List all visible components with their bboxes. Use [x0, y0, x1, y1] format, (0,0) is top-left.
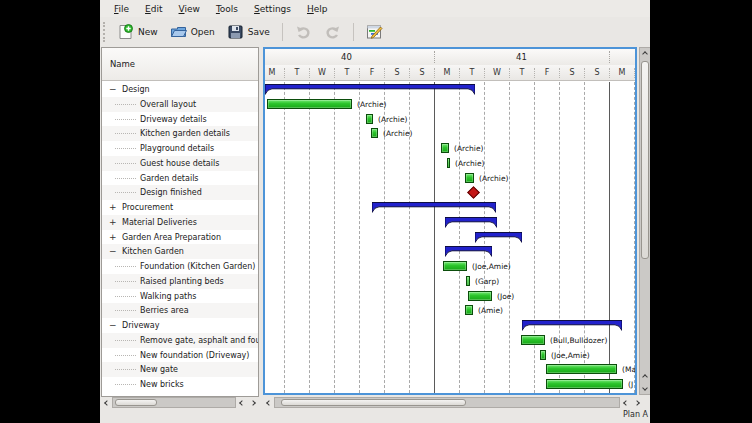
gantt-row — [265, 215, 635, 230]
gantt-row — [265, 185, 635, 200]
tree-column-header-name[interactable]: Name — [102, 48, 258, 81]
tree-row[interactable]: Guest house details — [102, 156, 258, 171]
tree-row[interactable]: +Procurement — [102, 200, 258, 215]
gantt-scroll-left-button[interactable] — [263, 397, 274, 408]
undo-button[interactable] — [289, 21, 318, 43]
menu-item-help[interactable]: Help — [299, 2, 336, 16]
task-bar[interactable] — [466, 276, 470, 286]
menu-item-file[interactable]: File — [106, 2, 137, 16]
expand-icon[interactable]: + — [109, 230, 119, 244]
tree-guide-line — [115, 369, 136, 370]
tree-row[interactable]: Overall layout — [102, 97, 258, 112]
summary-bar[interactable] — [475, 232, 522, 243]
scroll-up-button-2[interactable] — [640, 371, 650, 382]
tree-item-label: Procurement — [122, 200, 173, 215]
task-bar[interactable] — [521, 335, 545, 345]
gantt-row: (Joe,Amie) — [265, 259, 635, 274]
day-letter-label: S — [419, 65, 424, 81]
collapse-icon[interactable]: − — [109, 82, 119, 96]
task-bar[interactable] — [366, 114, 373, 124]
summary-bar[interactable] — [522, 320, 622, 331]
task-bar[interactable] — [371, 128, 378, 138]
day-letter-label: W — [493, 65, 501, 81]
menu-item-view[interactable]: View — [171, 2, 208, 16]
tree-row[interactable]: −Kitchen Garden — [102, 244, 258, 259]
save-button[interactable]: Save — [221, 21, 276, 43]
tree-item-label: Remove gate, asphalt and fou — [140, 333, 258, 348]
tree-row[interactable]: +Garden Area Preparation — [102, 230, 258, 245]
menu-item-edit[interactable]: Edit — [137, 2, 170, 16]
tree-scroll-left-button-2[interactable] — [236, 397, 247, 408]
tree-row[interactable]: Kitchen garden details — [102, 126, 258, 141]
gantt-chart-body: (Archie)(Archie)(Archie)(Archie)(Archie)… — [265, 82, 635, 393]
menu-bar: FileEditViewToolsSettingsHelp — [100, 0, 650, 17]
task-bar[interactable] — [443, 261, 467, 271]
chevron-left-icon — [623, 400, 629, 406]
tree-item-label: Raised planting beds — [140, 274, 224, 289]
summary-bar[interactable] — [265, 84, 475, 95]
tree-row[interactable]: New bricks — [102, 377, 258, 392]
tree-scroll-track[interactable] — [112, 397, 236, 408]
day-letter-label: T — [295, 65, 300, 81]
milestone-diamond[interactable] — [467, 186, 480, 199]
task-bar[interactable] — [465, 173, 474, 183]
new-button[interactable]: New — [111, 21, 164, 43]
task-bar[interactable] — [447, 158, 450, 168]
scroll-down-button[interactable] — [640, 382, 650, 393]
task-bar[interactable] — [468, 291, 492, 301]
tree-scroll-thumb[interactable] — [115, 399, 157, 406]
tree-row[interactable]: −Design — [102, 82, 258, 97]
edit-gantt-button[interactable] — [360, 21, 389, 43]
menu-item-settings[interactable]: Settings — [246, 2, 299, 16]
expand-icon[interactable]: + — [109, 215, 119, 229]
gantt-horizontal-scrollbar[interactable] — [263, 397, 650, 408]
expand-icon[interactable]: + — [109, 200, 119, 214]
toolbar-grip[interactable] — [103, 22, 107, 42]
summary-bar[interactable] — [445, 246, 492, 257]
gantt-scroll-left-button-2[interactable] — [620, 397, 631, 408]
tree-row[interactable]: Playground details — [102, 141, 258, 156]
vertical-scroll-thumb[interactable] — [641, 61, 649, 259]
tree-row[interactable]: −Driveway — [102, 318, 258, 333]
chevron-down-icon — [642, 385, 648, 391]
gantt-row: (Amie) — [265, 303, 635, 318]
redo-button[interactable] — [318, 21, 347, 43]
task-bar[interactable] — [267, 99, 352, 109]
task-bar[interactable] — [465, 305, 473, 315]
tree-row[interactable]: Foundation (Kitchen Garden) — [102, 259, 258, 274]
tree-header-label: Name — [110, 59, 135, 69]
tree-row[interactable]: New foundation (Driveway) — [102, 348, 258, 363]
scroll-up-button[interactable] — [640, 48, 650, 59]
day-separator — [484, 68, 485, 78]
tree-scroll-right-button[interactable] — [247, 397, 258, 408]
bar-resource-label: (Archie) — [479, 171, 508, 186]
task-bar[interactable] — [546, 379, 623, 389]
gantt-scroll-thumb[interactable] — [281, 399, 466, 406]
new-document-icon — [117, 24, 134, 40]
tree-row[interactable]: Remove gate, asphalt and fou — [102, 333, 258, 348]
gantt-vertical-scrollbar[interactable] — [639, 47, 650, 395]
task-bar[interactable] — [540, 350, 546, 360]
tree-row[interactable]: Walking paths — [102, 289, 258, 304]
tree-row[interactable]: +Material Deliveries — [102, 215, 258, 230]
collapse-icon[interactable]: − — [109, 318, 119, 332]
collapse-icon[interactable]: − — [109, 244, 119, 258]
tree-horizontal-scrollbar[interactable] — [101, 397, 259, 408]
tree-guide-line — [115, 178, 136, 179]
gantt-scroll-track[interactable] — [274, 397, 620, 408]
menu-item-tools[interactable]: Tools — [208, 2, 246, 16]
summary-bar[interactable] — [372, 202, 496, 213]
summary-bar[interactable] — [445, 217, 497, 228]
task-bar[interactable] — [546, 364, 617, 374]
bar-resource-label: (Archie) — [455, 156, 484, 171]
tree-row[interactable]: Berries area — [102, 303, 258, 318]
tree-row[interactable]: Raised planting beds — [102, 274, 258, 289]
tree-scroll-left-button[interactable] — [101, 397, 112, 408]
tree-row[interactable]: Design finished — [102, 185, 258, 200]
tree-row[interactable]: Garden details — [102, 171, 258, 186]
open-button[interactable]: Open — [164, 21, 221, 43]
tree-row[interactable]: Driveway details — [102, 112, 258, 127]
gantt-scroll-right-button[interactable] — [631, 397, 642, 408]
task-bar[interactable] — [441, 143, 449, 153]
tree-row[interactable]: New gate — [102, 362, 258, 377]
